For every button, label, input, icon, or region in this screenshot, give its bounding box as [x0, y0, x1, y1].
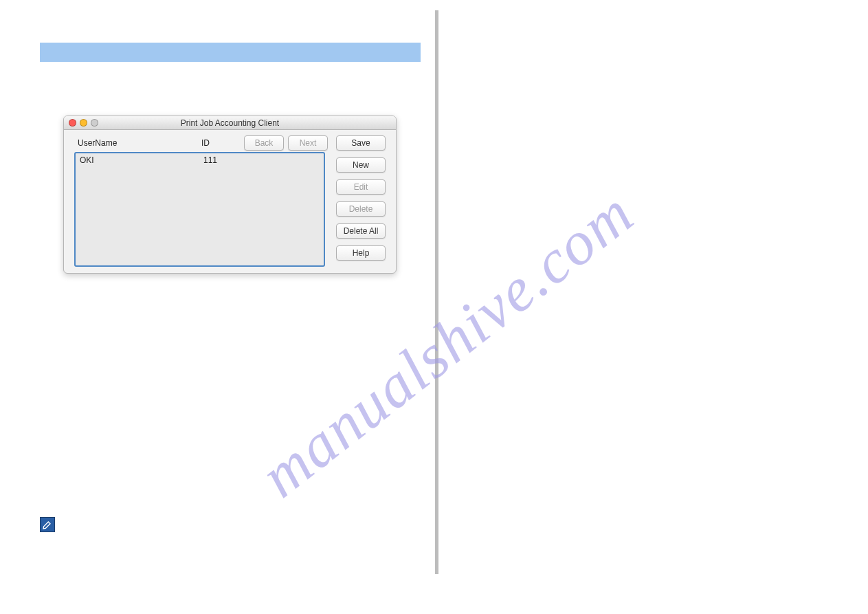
cell-username: OKI: [80, 155, 203, 165]
window-title: Print Job Accounting Client: [64, 118, 396, 128]
delete-all-button[interactable]: Delete All: [336, 223, 386, 239]
list-item[interactable]: OKI 111: [76, 153, 324, 167]
user-list[interactable]: OKI 111: [74, 152, 325, 267]
column-header-id: ID: [201, 138, 210, 148]
memo-icon: [40, 517, 55, 532]
section-highlight-band: [40, 43, 421, 62]
new-button[interactable]: New: [336, 157, 386, 173]
window-body: UserName ID Back Next Save New Edit Dele…: [64, 130, 396, 273]
back-button[interactable]: Back: [244, 135, 284, 151]
dialog-window: Print Job Accounting Client UserName ID …: [63, 116, 397, 274]
window-titlebar: Print Job Accounting Client: [64, 116, 396, 130]
delete-button[interactable]: Delete: [336, 201, 386, 217]
help-button[interactable]: Help: [336, 245, 386, 261]
save-button[interactable]: Save: [336, 135, 386, 151]
page-root: manualshive.com Print Job Accounting Cli…: [0, 0, 868, 614]
column-divider: [435, 10, 438, 574]
edit-button[interactable]: Edit: [336, 179, 386, 195]
next-button[interactable]: Next: [288, 135, 328, 151]
cell-id: 111: [203, 155, 258, 165]
watermark-text: manualshive.com: [109, 6, 785, 614]
column-header-username: UserName: [78, 138, 117, 148]
